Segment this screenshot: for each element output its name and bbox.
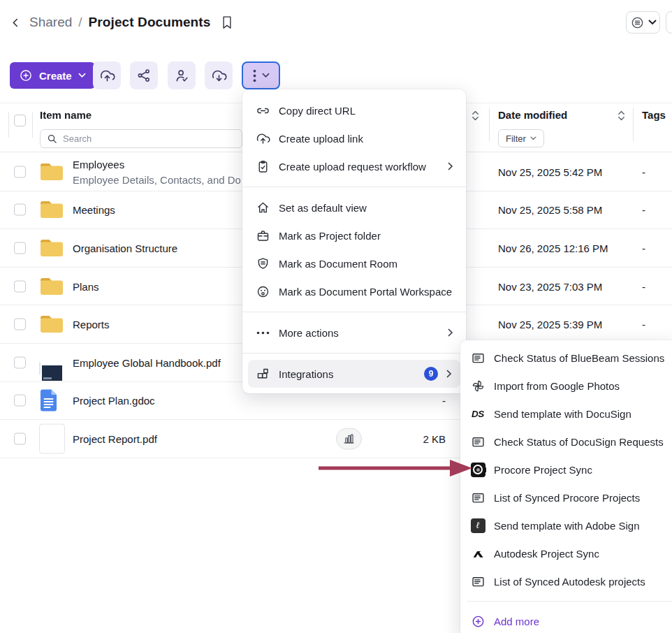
page-title: Project Documents [89, 15, 211, 30]
search-input[interactable] [63, 133, 235, 144]
item-name[interactable]: Reports [73, 319, 110, 330]
link-icon [255, 103, 270, 118]
date-modified: Nov 25, 2025 5:58 PM [498, 204, 602, 216]
bookmark-button[interactable] [221, 15, 233, 30]
folder-icon [39, 238, 64, 259]
tags-value: - [642, 319, 645, 330]
sort-size-button[interactable] [471, 110, 480, 122]
date-modified: Nov 25, 2025 5:42 PM [498, 166, 602, 177]
menu-item-create-upload-link[interactable]: Create upload link [242, 124, 466, 152]
menu-item-set-as-default-view[interactable]: Set as default view [242, 194, 466, 221]
item-name[interactable]: Project Plan.gdoc [73, 395, 155, 407]
gdoc-icon [39, 389, 58, 412]
bar-chart-icon [343, 433, 355, 444]
search-box [40, 129, 242, 148]
home-icon [255, 201, 270, 215]
more-options-toggle[interactable] [242, 61, 280, 89]
row-checkbox[interactable] [14, 395, 26, 407]
size-value: - [390, 395, 446, 407]
row-checkbox[interactable] [14, 242, 26, 254]
chevron-left-icon [10, 17, 22, 29]
tags-value: - [642, 204, 645, 216]
item-name[interactable]: Employees Employee Details, Contacts, an… [73, 157, 241, 186]
plus-circle-icon [19, 68, 33, 82]
upload-button[interactable] [93, 61, 121, 89]
item-name[interactable]: Plans [73, 280, 99, 292]
submenu-item-autodesk-project-sync[interactable]: Autodesk Project Sync [460, 539, 672, 567]
person-check-icon [174, 68, 190, 84]
item-name[interactable]: Organisation Structure [73, 242, 177, 254]
bookmark-icon [221, 15, 233, 30]
menu-divider [242, 312, 466, 312]
list-view-circle-icon [630, 15, 645, 30]
folder-icon [39, 161, 64, 182]
menu-divider [242, 187, 466, 187]
item-name[interactable]: Employee Global Handbook.pdf [73, 356, 221, 368]
submenu-item-add-more[interactable]: Add more [460, 607, 672, 633]
size-value: 2 KB [390, 432, 446, 444]
view-selector-button[interactable] [626, 11, 660, 34]
submenu-item-import-google-photos[interactable]: Import from Google Photos [460, 372, 672, 400]
grid-icon [255, 367, 270, 381]
sort-date-button[interactable] [617, 110, 626, 122]
menu-divider [242, 353, 466, 354]
header-divider [633, 108, 634, 141]
submenu-item-check-status-docusign[interactable]: Check Status of DocuSign Requests [460, 428, 672, 456]
submenu-item-list-synced-autodesk[interactable]: List of Synced Autodesk projects [460, 567, 672, 595]
menu-item-mark-as-document-portal-workspace[interactable]: Mark as Document Portal Workspace [242, 277, 466, 305]
date-filter-button[interactable]: Filter [498, 129, 544, 147]
menu-item-more-actions[interactable]: More actions [242, 319, 466, 347]
row-checkbox[interactable] [14, 432, 26, 444]
clipped-button[interactable] [666, 11, 672, 34]
row-checkbox[interactable] [14, 280, 26, 292]
back-button[interactable] [8, 15, 23, 30]
share-button[interactable] [130, 61, 158, 89]
menu-item-mark-as-project-folder[interactable]: Mark as Project folder [242, 221, 466, 249]
adobe-sign-icon: ℓ [470, 518, 485, 533]
create-label: Create [39, 70, 72, 82]
create-button[interactable]: Create [10, 62, 95, 89]
breadcrumb-separator: / [78, 15, 82, 30]
plus-circle-icon [470, 614, 485, 629]
row-checkbox[interactable] [14, 319, 26, 330]
pdf-thumbnail-icon [39, 362, 41, 375]
submenu-item-procore-project-sync[interactable]: Procore Project Sync [460, 456, 672, 483]
briefcase-icon [255, 228, 270, 243]
filter-label: Filter [506, 133, 526, 144]
select-all-checkbox[interactable] [14, 115, 26, 126]
tags-value: - [642, 166, 645, 177]
user-access-button[interactable] [168, 61, 196, 89]
submenu-item-list-synced-procore[interactable]: List of Synced Procore Projects [460, 483, 672, 511]
row-checkbox[interactable] [14, 356, 26, 368]
submenu-item-send-template-adobe-sign[interactable]: ℓ Send template with Adobe Sign [460, 511, 672, 539]
row-checkbox[interactable] [14, 166, 26, 177]
menu-item-copy-direct-url[interactable]: Copy direct URL [242, 96, 466, 124]
annotation-arrow [317, 458, 474, 478]
submenu-item-check-status-bluebeam[interactable]: Check Status of BlueBeam Sessions [460, 344, 672, 372]
list-icon [470, 351, 485, 365]
download-button[interactable] [205, 61, 233, 89]
menu-item-integrations[interactable]: Integrations 9 [248, 360, 460, 388]
header-divider [489, 108, 490, 141]
chevron-right-icon [446, 370, 452, 378]
breadcrumb: Shared / Project Documents [8, 15, 233, 30]
breadcrumb-parent[interactable]: Shared [29, 15, 72, 30]
menu-item-mark-as-document-room[interactable]: Mark as Document Room [242, 249, 466, 277]
list-icon [470, 490, 485, 505]
file-insights-button[interactable] [336, 428, 362, 449]
share-icon [136, 68, 152, 83]
file-manager-screen: Shared / Project Documents Create [0, 0, 672, 633]
chevron-down-icon [648, 20, 657, 25]
submenu-divider [467, 601, 672, 602]
chevron-down-icon [78, 73, 86, 78]
item-name[interactable]: Project Report.pdf [73, 432, 157, 444]
date-modified: Nov 25, 2025 5:39 PM [498, 319, 602, 330]
column-tags: Tags [642, 109, 666, 121]
row-checkbox[interactable] [14, 204, 26, 216]
item-name[interactable]: Meetings [73, 204, 115, 216]
tags-value: - [642, 242, 645, 254]
submenu-item-send-template-docusign[interactable]: DS Send template with DocuSign [460, 400, 672, 428]
chevron-down-icon [530, 136, 536, 140]
google-photos-icon [470, 379, 485, 393]
menu-item-create-upload-request-workflow[interactable]: Create upload request workflow [242, 152, 466, 180]
